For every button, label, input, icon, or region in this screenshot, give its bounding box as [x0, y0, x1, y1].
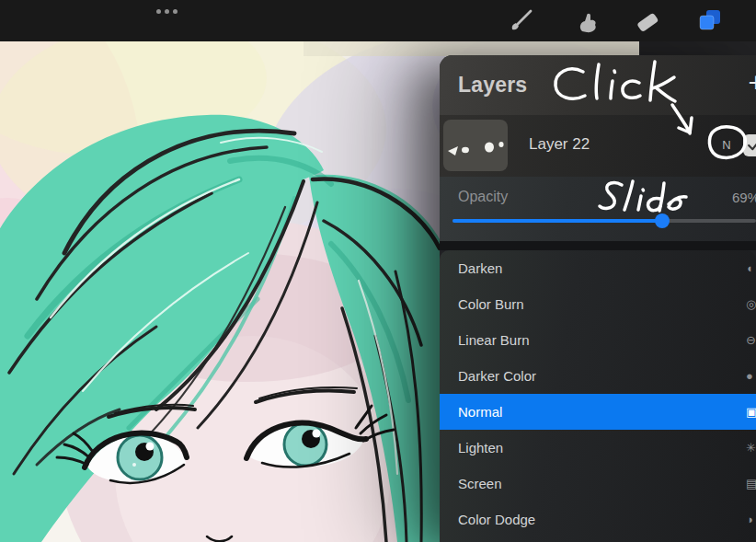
ellipsis-icon[interactable]: [156, 9, 178, 14]
blend-mode-row-normal[interactable]: Normal ▣: [440, 394, 756, 430]
blend-mode-badge-button[interactable]: N: [719, 137, 734, 154]
normal-icon: ▣: [746, 405, 756, 419]
opacity-section: Opacity 69%: [440, 177, 756, 241]
blend-mode-label: Color Dodge: [458, 512, 535, 527]
blend-mode-row-lighten[interactable]: Lighten ✳: [440, 430, 756, 466]
opacity-value: 69%: [732, 190, 756, 205]
blend-mode-row-color-burn[interactable]: Color Burn ◎: [440, 286, 756, 322]
layers-icon[interactable]: [696, 7, 722, 33]
darken-icon: ◖: [746, 261, 756, 275]
blend-mode-row-color-dodge[interactable]: Color Dodge ◑: [440, 502, 756, 537]
blend-mode-label: Darker Color: [458, 368, 536, 384]
lighten-icon: ✳: [746, 441, 756, 455]
blend-mode-label: Color Burn: [458, 296, 524, 312]
color-dodge-icon: ◑: [746, 513, 756, 526]
darker-color-icon: ●: [746, 369, 756, 383]
layer-thumbnail[interactable]: [443, 120, 508, 171]
layer-row[interactable]: Layer 22 N: [440, 115, 756, 177]
checkmark-icon: [745, 136, 756, 155]
panel-title: Layers: [458, 73, 527, 98]
blend-mode-label: Lighten: [458, 440, 503, 456]
opacity-label: Opacity: [458, 189, 508, 205]
blend-mode-row-darken[interactable]: Darken ◖: [440, 250, 756, 286]
linear-burn-icon: ⊖: [746, 333, 756, 347]
eraser-icon[interactable]: [635, 7, 660, 33]
blend-mode-row-linear-burn[interactable]: Linear Burn ⊖: [440, 322, 756, 358]
opacity-slider-thumb[interactable]: [655, 213, 670, 228]
blend-mode-list: Darken ◖ Color Burn ◎ Linear Burn ⊖ Dark…: [440, 250, 756, 542]
blend-mode-label: Linear Burn: [458, 332, 530, 348]
blend-mode-row-darker-color[interactable]: Darker Color ●: [440, 358, 756, 394]
layers-panel: Layers + Layer 22 N Opacity 6: [440, 55, 756, 542]
opacity-fill: [452, 219, 662, 223]
add-layer-button[interactable]: +: [748, 69, 756, 97]
top-toolbar: [0, 0, 756, 41]
layers-panel-header: Layers +: [440, 55, 756, 115]
layer-name: Layer 22: [529, 135, 590, 154]
blend-mode-row-screen[interactable]: Screen ▤: [440, 466, 756, 502]
color-burn-icon: ◎: [746, 297, 756, 311]
layer-visibility-checkbox[interactable]: [743, 134, 756, 156]
smudge-icon[interactable]: [573, 7, 599, 33]
paintbrush-icon[interactable]: [509, 7, 534, 33]
screen-icon: ▤: [746, 477, 756, 490]
blend-mode-label: Screen: [458, 476, 502, 491]
blend-mode-label: Normal: [458, 404, 502, 420]
procreate-screen: Layers + Layer 22 N Opacity 6: [0, 0, 756, 542]
section-divider: [440, 241, 756, 250]
blend-mode-label: Darken: [458, 260, 502, 276]
opacity-slider[interactable]: [452, 219, 756, 223]
